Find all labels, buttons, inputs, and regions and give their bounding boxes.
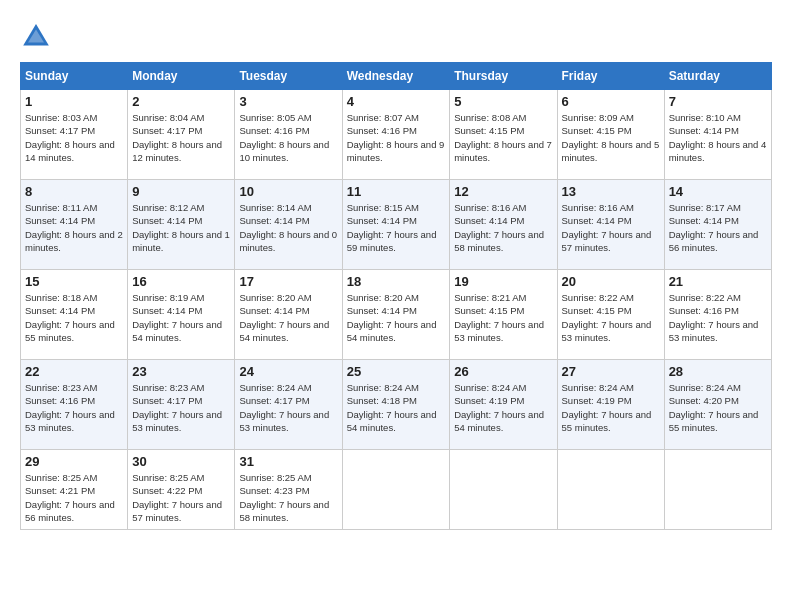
calendar-week-row: 1 Sunrise: 8:03 AM Sunset: 4:17 PM Dayli… (21, 90, 772, 180)
calendar-cell: 16 Sunrise: 8:19 AM Sunset: 4:14 PM Dayl… (128, 270, 235, 360)
day-info: Sunrise: 8:16 AM Sunset: 4:14 PM Dayligh… (454, 201, 552, 254)
day-number: 10 (239, 184, 337, 199)
day-info: Sunrise: 8:20 AM Sunset: 4:14 PM Dayligh… (239, 291, 337, 344)
day-number: 22 (25, 364, 123, 379)
day-info: Sunrise: 8:17 AM Sunset: 4:14 PM Dayligh… (669, 201, 767, 254)
column-header-sunday: Sunday (21, 63, 128, 90)
day-number: 18 (347, 274, 446, 289)
calendar-cell: 22 Sunrise: 8:23 AM Sunset: 4:16 PM Dayl… (21, 360, 128, 450)
calendar-cell (450, 450, 557, 530)
calendar-cell: 23 Sunrise: 8:23 AM Sunset: 4:17 PM Dayl… (128, 360, 235, 450)
day-number: 11 (347, 184, 446, 199)
calendar-cell: 18 Sunrise: 8:20 AM Sunset: 4:14 PM Dayl… (342, 270, 450, 360)
calendar-cell: 15 Sunrise: 8:18 AM Sunset: 4:14 PM Dayl… (21, 270, 128, 360)
day-number: 30 (132, 454, 230, 469)
calendar-week-row: 15 Sunrise: 8:18 AM Sunset: 4:14 PM Dayl… (21, 270, 772, 360)
day-info: Sunrise: 8:21 AM Sunset: 4:15 PM Dayligh… (454, 291, 552, 344)
day-info: Sunrise: 8:24 AM Sunset: 4:17 PM Dayligh… (239, 381, 337, 434)
column-header-wednesday: Wednesday (342, 63, 450, 90)
day-number: 27 (562, 364, 660, 379)
calendar-cell: 28 Sunrise: 8:24 AM Sunset: 4:20 PM Dayl… (664, 360, 771, 450)
logo-icon (20, 20, 52, 52)
day-number: 13 (562, 184, 660, 199)
calendar-cell: 25 Sunrise: 8:24 AM Sunset: 4:18 PM Dayl… (342, 360, 450, 450)
day-info: Sunrise: 8:25 AM Sunset: 4:22 PM Dayligh… (132, 471, 230, 524)
day-info: Sunrise: 8:22 AM Sunset: 4:15 PM Dayligh… (562, 291, 660, 344)
day-number: 7 (669, 94, 767, 109)
calendar-cell: 12 Sunrise: 8:16 AM Sunset: 4:14 PM Dayl… (450, 180, 557, 270)
day-number: 25 (347, 364, 446, 379)
calendar-cell: 20 Sunrise: 8:22 AM Sunset: 4:15 PM Dayl… (557, 270, 664, 360)
day-info: Sunrise: 8:15 AM Sunset: 4:14 PM Dayligh… (347, 201, 446, 254)
day-info: Sunrise: 8:24 AM Sunset: 4:19 PM Dayligh… (562, 381, 660, 434)
day-number: 4 (347, 94, 446, 109)
day-info: Sunrise: 8:24 AM Sunset: 4:19 PM Dayligh… (454, 381, 552, 434)
day-number: 20 (562, 274, 660, 289)
calendar-cell: 10 Sunrise: 8:14 AM Sunset: 4:14 PM Dayl… (235, 180, 342, 270)
calendar-cell: 24 Sunrise: 8:24 AM Sunset: 4:17 PM Dayl… (235, 360, 342, 450)
day-number: 16 (132, 274, 230, 289)
column-header-tuesday: Tuesday (235, 63, 342, 90)
day-info: Sunrise: 8:12 AM Sunset: 4:14 PM Dayligh… (132, 201, 230, 254)
calendar-cell (664, 450, 771, 530)
calendar-cell: 5 Sunrise: 8:08 AM Sunset: 4:15 PM Dayli… (450, 90, 557, 180)
day-info: Sunrise: 8:10 AM Sunset: 4:14 PM Dayligh… (669, 111, 767, 164)
calendar-cell: 21 Sunrise: 8:22 AM Sunset: 4:16 PM Dayl… (664, 270, 771, 360)
day-info: Sunrise: 8:25 AM Sunset: 4:23 PM Dayligh… (239, 471, 337, 524)
day-number: 8 (25, 184, 123, 199)
day-info: Sunrise: 8:04 AM Sunset: 4:17 PM Dayligh… (132, 111, 230, 164)
calendar-cell: 2 Sunrise: 8:04 AM Sunset: 4:17 PM Dayli… (128, 90, 235, 180)
day-number: 9 (132, 184, 230, 199)
day-info: Sunrise: 8:23 AM Sunset: 4:16 PM Dayligh… (25, 381, 123, 434)
day-info: Sunrise: 8:18 AM Sunset: 4:14 PM Dayligh… (25, 291, 123, 344)
day-number: 2 (132, 94, 230, 109)
calendar-week-row: 22 Sunrise: 8:23 AM Sunset: 4:16 PM Dayl… (21, 360, 772, 450)
day-number: 15 (25, 274, 123, 289)
calendar-cell: 3 Sunrise: 8:05 AM Sunset: 4:16 PM Dayli… (235, 90, 342, 180)
day-info: Sunrise: 8:14 AM Sunset: 4:14 PM Dayligh… (239, 201, 337, 254)
day-number: 19 (454, 274, 552, 289)
calendar-cell (557, 450, 664, 530)
day-number: 21 (669, 274, 767, 289)
day-number: 23 (132, 364, 230, 379)
day-number: 14 (669, 184, 767, 199)
calendar-header-row: SundayMondayTuesdayWednesdayThursdayFrid… (21, 63, 772, 90)
day-number: 28 (669, 364, 767, 379)
day-number: 6 (562, 94, 660, 109)
day-info: Sunrise: 8:05 AM Sunset: 4:16 PM Dayligh… (239, 111, 337, 164)
calendar-week-row: 29 Sunrise: 8:25 AM Sunset: 4:21 PM Dayl… (21, 450, 772, 530)
day-info: Sunrise: 8:19 AM Sunset: 4:14 PM Dayligh… (132, 291, 230, 344)
day-info: Sunrise: 8:22 AM Sunset: 4:16 PM Dayligh… (669, 291, 767, 344)
day-info: Sunrise: 8:07 AM Sunset: 4:16 PM Dayligh… (347, 111, 446, 164)
page-header (20, 20, 772, 52)
logo (20, 20, 56, 52)
calendar-cell: 26 Sunrise: 8:24 AM Sunset: 4:19 PM Dayl… (450, 360, 557, 450)
calendar-cell: 29 Sunrise: 8:25 AM Sunset: 4:21 PM Dayl… (21, 450, 128, 530)
calendar-cell: 27 Sunrise: 8:24 AM Sunset: 4:19 PM Dayl… (557, 360, 664, 450)
day-number: 1 (25, 94, 123, 109)
calendar-table: SundayMondayTuesdayWednesdayThursdayFrid… (20, 62, 772, 530)
day-info: Sunrise: 8:20 AM Sunset: 4:14 PM Dayligh… (347, 291, 446, 344)
day-number: 17 (239, 274, 337, 289)
day-number: 29 (25, 454, 123, 469)
calendar-cell: 17 Sunrise: 8:20 AM Sunset: 4:14 PM Dayl… (235, 270, 342, 360)
calendar-week-row: 8 Sunrise: 8:11 AM Sunset: 4:14 PM Dayli… (21, 180, 772, 270)
calendar-cell: 30 Sunrise: 8:25 AM Sunset: 4:22 PM Dayl… (128, 450, 235, 530)
calendar-cell: 11 Sunrise: 8:15 AM Sunset: 4:14 PM Dayl… (342, 180, 450, 270)
day-number: 5 (454, 94, 552, 109)
day-info: Sunrise: 8:11 AM Sunset: 4:14 PM Dayligh… (25, 201, 123, 254)
calendar-cell: 9 Sunrise: 8:12 AM Sunset: 4:14 PM Dayli… (128, 180, 235, 270)
calendar-cell (342, 450, 450, 530)
calendar-cell: 6 Sunrise: 8:09 AM Sunset: 4:15 PM Dayli… (557, 90, 664, 180)
column-header-thursday: Thursday (450, 63, 557, 90)
column-header-friday: Friday (557, 63, 664, 90)
calendar-cell: 7 Sunrise: 8:10 AM Sunset: 4:14 PM Dayli… (664, 90, 771, 180)
column-header-saturday: Saturday (664, 63, 771, 90)
calendar-cell: 8 Sunrise: 8:11 AM Sunset: 4:14 PM Dayli… (21, 180, 128, 270)
day-info: Sunrise: 8:09 AM Sunset: 4:15 PM Dayligh… (562, 111, 660, 164)
day-info: Sunrise: 8:23 AM Sunset: 4:17 PM Dayligh… (132, 381, 230, 434)
day-info: Sunrise: 8:16 AM Sunset: 4:14 PM Dayligh… (562, 201, 660, 254)
day-number: 31 (239, 454, 337, 469)
day-info: Sunrise: 8:08 AM Sunset: 4:15 PM Dayligh… (454, 111, 552, 164)
day-info: Sunrise: 8:24 AM Sunset: 4:18 PM Dayligh… (347, 381, 446, 434)
